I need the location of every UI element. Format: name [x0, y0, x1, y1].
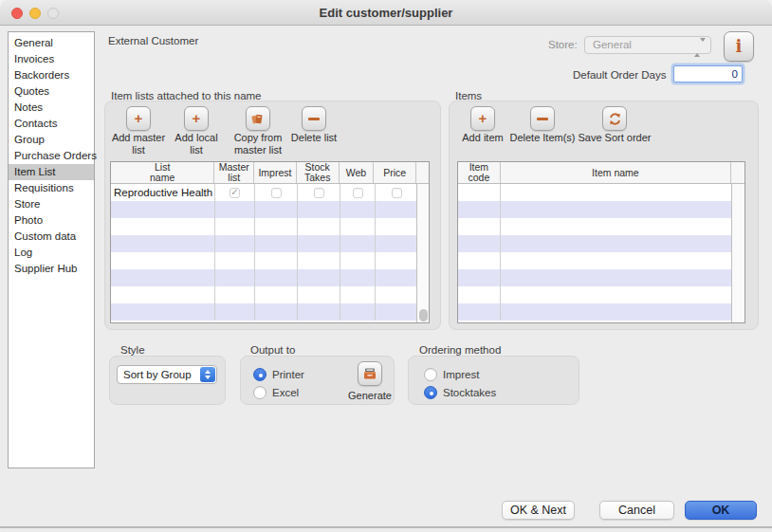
column-header-spacer: [731, 162, 744, 183]
table-row[interactable]: [458, 303, 733, 321]
sidebar-item-contacts[interactable]: Contacts: [9, 116, 94, 132]
copy-from-master-list-button[interactable]: [246, 106, 270, 131]
output-group-title: Output to: [250, 344, 295, 356]
customer-type-label: External Customer: [108, 35, 198, 46]
table-row[interactable]: [458, 269, 733, 286]
list-name-cell: Reproductive Health: [111, 187, 212, 198]
plus-icon: +: [135, 112, 143, 125]
sidebar-item-photo[interactable]: Photo: [9, 212, 94, 229]
column-header-imprest[interactable]: Imprest: [254, 162, 297, 183]
table-row[interactable]: [458, 201, 733, 218]
window-title: Edit customer/supplier: [0, 6, 772, 20]
store-dropdown[interactable]: General: [584, 36, 711, 54]
edit-customer-supplier-dialog: Edit customer/supplier General Invoices …: [0, 0, 772, 532]
save-sort-order-button[interactable]: [602, 106, 627, 131]
minus-icon: [308, 118, 320, 120]
column-header-list-name[interactable]: List name: [111, 162, 214, 183]
table-row[interactable]: [458, 218, 733, 235]
sidebar-item-requisitions[interactable]: Requisitions: [9, 180, 94, 196]
table-row[interactable]: [458, 286, 733, 303]
vertical-scrollbar[interactable]: [416, 184, 429, 322]
sidebar-item-item-list[interactable]: Item List: [9, 164, 94, 180]
column-header-web[interactable]: Web: [340, 162, 375, 183]
stocktakes-radio[interactable]: [424, 386, 437, 399]
table-row[interactable]: [111, 235, 418, 252]
sidebar-item-group[interactable]: Group: [9, 132, 94, 148]
sidebar-item-custom-data[interactable]: Custom data: [9, 229, 94, 245]
sidebar-item-quotes[interactable]: Quotes: [9, 83, 94, 100]
sidebar-tab-list: General Invoices Backorders Quotes Notes…: [8, 31, 95, 468]
info-button[interactable]: i: [724, 31, 754, 62]
window-bottom-edge: [0, 526, 772, 528]
item-lists-table-header: List name Master list Imprest Stock Take…: [111, 162, 429, 184]
column-header-price[interactable]: Price: [374, 162, 416, 183]
add-local-list-button[interactable]: +: [184, 106, 209, 131]
title-bar: Edit customer/supplier: [0, 0, 772, 26]
sidebar-item-purchase-orders[interactable]: Purchase Orders: [9, 148, 94, 164]
printer-radio[interactable]: [253, 368, 267, 381]
items-table-body: [458, 184, 733, 323]
store-label: Store:: [548, 39, 578, 50]
table-row[interactable]: [111, 252, 418, 269]
price-checkbox[interactable]: [392, 188, 402, 198]
table-row[interactable]: [111, 201, 418, 218]
default-order-days-label: Default Order Days: [573, 69, 666, 81]
stock-takes-checkbox[interactable]: [314, 188, 324, 198]
items-table[interactable]: Item code Item name: [457, 161, 745, 323]
excel-radio[interactable]: [253, 386, 267, 399]
sidebar-item-invoices[interactable]: Invoices: [9, 51, 94, 67]
column-header-item-name[interactable]: Item name: [501, 162, 731, 183]
style-group-title: Style: [120, 344, 145, 356]
save-sort-order-label: Save Sort order: [567, 132, 662, 144]
column-header-item-code[interactable]: Item code: [458, 162, 501, 183]
scrollbar-thumb[interactable]: [419, 309, 428, 321]
table-row[interactable]: [458, 184, 733, 201]
table-row[interactable]: [111, 286, 418, 303]
column-header-stock-takes[interactable]: Stock Takes: [297, 162, 340, 183]
table-row[interactable]: [458, 252, 733, 269]
stocktakes-radio-label[interactable]: Stocktakes: [443, 387, 496, 398]
table-row[interactable]: [111, 269, 418, 286]
excel-radio-label[interactable]: Excel: [272, 387, 299, 398]
sidebar-item-supplier-hub[interactable]: Supplier Hub: [9, 261, 94, 277]
ok-and-next-button[interactable]: OK & Next: [502, 501, 575, 520]
printer-icon: [362, 367, 377, 380]
imprest-checkbox[interactable]: [271, 188, 282, 198]
sidebar-item-log[interactable]: Log: [9, 245, 94, 261]
vertical-scrollbar[interactable]: [731, 184, 744, 322]
imprest-radio-label[interactable]: Imprest: [443, 369, 479, 380]
delete-list-label: Delete list: [281, 132, 347, 144]
delete-list-button[interactable]: [302, 106, 326, 131]
sidebar-item-backorders[interactable]: Backorders: [9, 67, 94, 83]
generate-button[interactable]: [358, 361, 382, 386]
info-icon: i: [725, 32, 753, 61]
table-row[interactable]: [111, 303, 418, 321]
printer-radio-label[interactable]: Printer: [272, 369, 304, 380]
sidebar-item-store[interactable]: Store: [9, 196, 94, 212]
generate-label: Generate: [337, 390, 403, 402]
default-order-days-input[interactable]: 0: [673, 65, 743, 83]
delete-items-button[interactable]: [530, 106, 555, 131]
sort-refresh-icon: [608, 112, 622, 126]
cancel-button[interactable]: Cancel: [599, 501, 674, 520]
sidebar-item-notes[interactable]: Notes: [9, 100, 94, 116]
sort-by-dropdown[interactable]: Sort by Group: [117, 365, 217, 384]
table-row[interactable]: [111, 218, 418, 235]
chevron-up-down-icon: [200, 367, 215, 382]
column-header-master-list[interactable]: Master list: [214, 162, 254, 183]
chevron-up-down-icon: [694, 40, 706, 56]
copy-hand-icon: [250, 112, 266, 125]
table-row[interactable]: Reproductive Health ✓: [111, 184, 418, 201]
items-table-header: Item code Item name: [458, 162, 744, 184]
master-list-checkbox[interactable]: ✓: [230, 188, 240, 198]
ok-button[interactable]: OK: [685, 501, 757, 520]
imprest-radio[interactable]: [424, 368, 437, 381]
plus-icon: +: [479, 112, 487, 125]
table-row[interactable]: [458, 235, 733, 252]
add-master-list-button[interactable]: +: [126, 106, 151, 131]
add-item-button[interactable]: +: [470, 106, 495, 131]
minus-icon: [537, 118, 548, 120]
item-lists-table[interactable]: List name Master list Imprest Stock Take…: [110, 161, 430, 323]
sidebar-item-general[interactable]: General: [9, 35, 94, 51]
web-checkbox[interactable]: [353, 188, 363, 198]
